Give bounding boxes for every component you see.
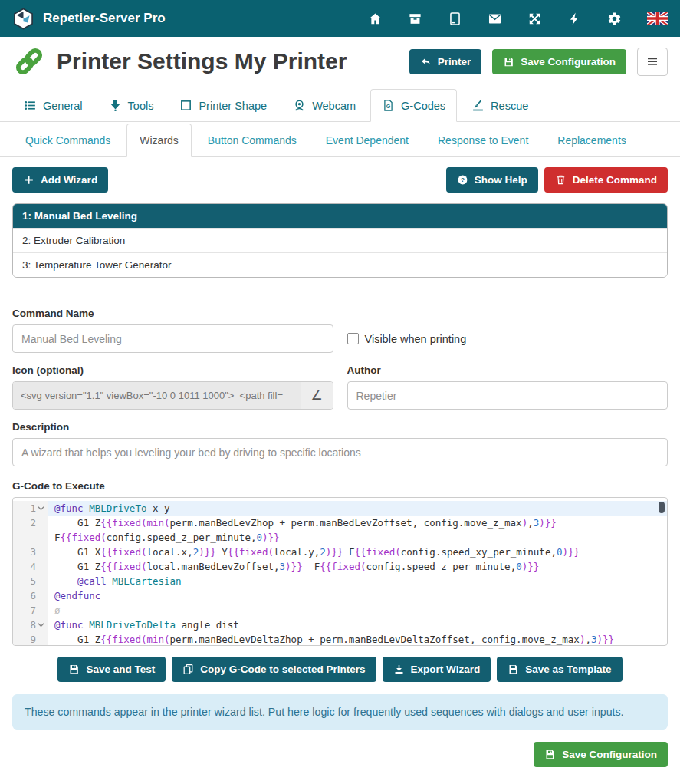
line-number: 8 [30,618,36,632]
info-alert: These commands appear in the printer wiz… [12,694,668,730]
plus-icon [23,174,34,186]
shape-icon [179,99,192,112]
tab-label: General [43,100,83,112]
save-configuration-button-bottom[interactable]: Save Configuration [534,742,668,767]
description-input[interactable] [12,438,668,466]
visible-when-printing-checkbox[interactable] [347,333,359,344]
flag-uk-icon[interactable] [647,12,668,25]
printer-button-label: Printer [438,56,471,68]
save-as-template-button[interactable]: Save as Template [497,657,622,682]
navbar-icons [368,12,668,26]
icon-preview-button[interactable]: ∠ [301,382,333,409]
wizard-list-item[interactable]: 3: Temperature Tower Generator [13,252,667,277]
subtab-wizards[interactable]: Wizards [126,124,192,157]
menu-button[interactable] [637,48,668,76]
code-text[interactable]: @call MBLCartesian [48,574,667,588]
save-and-test-label: Save and Test [86,664,155,675]
tab-label: G-Codes [401,100,445,112]
tab-printer-shape[interactable]: Printer Shape [168,89,278,122]
editor-gutter: 8 [13,618,48,632]
bolt-icon[interactable] [567,12,582,26]
editor-gutter: 6 [13,588,48,603]
visible-when-printing-label: Visible when printing [365,333,467,345]
tablet-icon[interactable] [448,12,462,26]
main-tabs: GeneralToolsPrinter ShapeWebcamGG-CodesR… [0,87,680,122]
subtab-response-to-event[interactable]: Response to Event [425,124,541,157]
subtab-button-commands[interactable]: Button Commands [195,124,310,157]
code-text[interactable]: G1 Z{{fixed(local.manBedLevZoffset,3)}} … [48,559,667,574]
subtab-event-dependent[interactable]: Event Dependent [313,124,422,157]
copy-icon [182,664,194,675]
code-text[interactable]: @endfunc [48,588,667,603]
fold-icon[interactable] [37,618,45,628]
copy-g-code-to-selected-printers-label: Copy G-Code to selected Printers [200,664,365,675]
tab-label: Rescue [491,100,528,112]
delete-command-button[interactable]: Delete Command [544,167,668,193]
line-number: 4 [30,559,36,574]
editor-gutter: 7 [13,603,48,618]
gcode-label: G-Code to Execute [12,480,668,492]
reply-icon [420,56,432,68]
editor-line: 3 G1 X{{fixed(local.x,2)}} Y{{fixed(loca… [13,545,667,559]
line-number: 5 [30,574,36,588]
printer-button[interactable]: Printer [409,49,482,74]
tab-g-codes[interactable]: GG-Codes [370,89,457,122]
tab-rescue[interactable]: Rescue [460,89,540,122]
add-wizard-button[interactable]: Add Wizard [12,167,108,193]
code-text[interactable]: ø [48,603,667,618]
gear-icon[interactable] [607,12,622,26]
brand[interactable]: Repetier-Server Pro [12,8,166,30]
copy-g-code-to-selected-printers-button[interactable]: Copy G-Code to selected Printers [172,657,376,682]
editor-scrollbar-thumb[interactable] [659,502,665,513]
show-help-button[interactable]: ? Show Help [446,167,538,193]
editor-line: 7ø [13,603,667,618]
tab-label: Tools [128,100,154,112]
list-icon [24,99,37,112]
author-label: Author [347,364,669,376]
line-number: 6 [30,588,36,603]
line-number: 7 [30,603,36,618]
editor-line: 2 G1 Z{{fixed(min(perm.manBedLevZhop + p… [13,516,667,545]
export-wizard-button[interactable]: Export Wizard [383,657,491,682]
add-wizard-label: Add Wizard [41,174,97,186]
top-navbar: Repetier-Server Pro [0,0,680,37]
code-text[interactable]: G1 X{{fixed(local.x,2)}} Y{{fixed(local.… [48,545,667,559]
sub-tabs: Quick CommandsWizardsButton CommandsEven… [0,122,680,157]
home-icon[interactable] [368,12,383,26]
author-input[interactable] [347,381,669,410]
save-and-test-button[interactable]: Save and Test [57,657,166,682]
code-text[interactable]: G1 Z{{fixed(min(perm.manBedLevZhop + per… [48,516,667,545]
editor-line: 6@endfunc [13,588,667,603]
subtab-quick-commands[interactable]: Quick Commands [12,124,123,157]
editor-gutter: 4 [13,559,48,574]
save-icon [68,664,80,675]
subtab-replacements[interactable]: Replacements [544,124,639,157]
wizard-list-item[interactable]: 1: Manual Bed Leveling [13,204,667,228]
code-text[interactable]: @func MBLDriveTo x y [48,501,667,516]
tab-general[interactable]: General [12,89,94,122]
icon-input[interactable] [13,382,301,409]
code-text[interactable]: @func MBLDriveToDelta angle dist [48,618,667,632]
fold-icon[interactable] [37,501,45,512]
gcode-editor[interactable]: 1@func MBLDriveTo x y2 G1 Z{{fixed(min(p… [12,497,668,646]
save-configuration-bottom-label: Save Configuration [562,749,657,760]
archive-icon[interactable] [408,12,422,26]
editor-line: 4 G1 Z{{fixed(local.manBedLevZoffset,3)}… [13,559,667,574]
code-text[interactable]: G1 Z{{fixed(min(perm.manBedLevDeltaZhop … [48,632,667,646]
brand-title: Repetier-Server Pro [43,11,166,26]
page-footer: Save Configuration [12,742,668,767]
export-wizard-label: Export Wizard [411,664,481,675]
tab-webcam[interactable]: Webcam [281,89,367,122]
expand-icon[interactable] [527,12,542,26]
editor-line: 9 G1 Z{{fixed(min(perm.manBedLevDeltaZho… [13,632,667,646]
page-title: Printer Settings My Printer [57,48,347,74]
mail-icon[interactable] [488,12,502,26]
save-configuration-button-top[interactable]: Save Configuration [492,49,626,74]
tab-tools[interactable]: Tools [97,89,166,122]
angle-icon: ∠ [310,387,322,404]
wizard-list-item[interactable]: 2: Extruder Calibration [13,228,667,252]
command-name-input[interactable] [12,324,333,353]
line-number: 2 [30,516,36,530]
webcam-icon [293,99,306,112]
save-as-template-label: Save as Template [525,664,611,675]
